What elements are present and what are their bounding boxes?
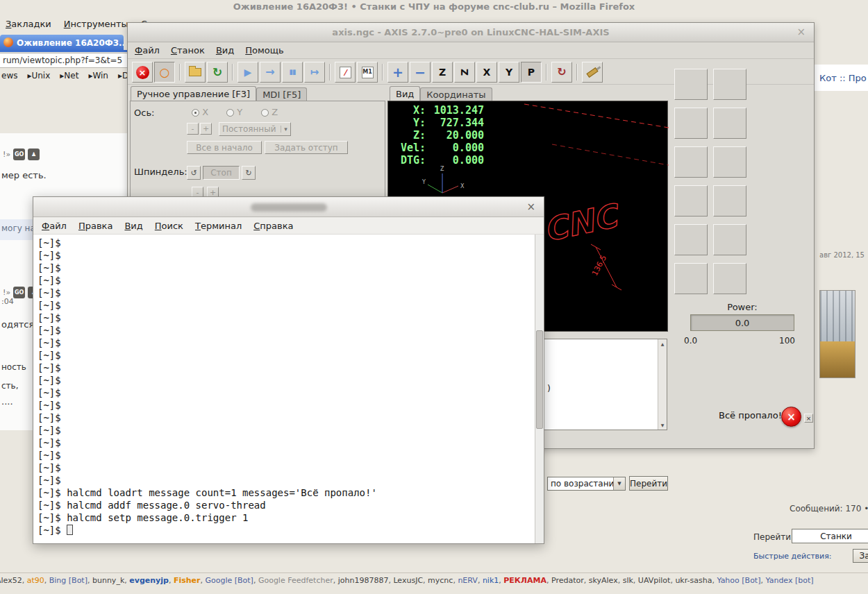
user-link[interactable]: Fisher [174, 576, 201, 585]
zoom-in-icon[interactable]: + [387, 62, 408, 83]
quick-actions-button[interactable]: За [853, 549, 868, 563]
terminal-scrollbar[interactable] [535, 235, 544, 543]
term-menu-item[interactable]: Терминал [195, 221, 242, 231]
user-link[interactable]: Yahoo [Bot] [717, 576, 760, 585]
run-icon[interactable]: ▶ [237, 62, 258, 83]
user-link[interactable]: Predator [551, 576, 584, 585]
browser-menu-item[interactable]: Инструменты [64, 19, 128, 29]
spindle-ccw-icon[interactable]: ↺ [187, 166, 201, 180]
user-link[interactable]: slk [623, 576, 633, 585]
panel-button-8[interactable] [713, 185, 746, 217]
view-z-rot-icon[interactable]: Z [454, 62, 475, 83]
user-link[interactable]: nERV [458, 576, 478, 585]
bookmark-item[interactable]: ews [1, 71, 17, 80]
panel-button-10[interactable] [713, 224, 746, 255]
user-link[interactable]: john1987887 [338, 576, 389, 585]
gcode-listing[interactable]: ) ▲ ▼ [542, 339, 667, 430]
user-link[interactable]: Google Feedfetcher [258, 576, 333, 585]
panel-button-9[interactable] [674, 224, 708, 255]
user-link[interactable]: at90 [27, 576, 44, 585]
run-from-line-icon[interactable]: → [260, 62, 281, 83]
clear-plot-icon[interactable] [582, 62, 603, 83]
view-x-icon[interactable]: X [476, 62, 497, 83]
close-icon[interactable]: × [526, 201, 535, 213]
axis-menu-item[interactable]: Вид [216, 45, 234, 56]
terminal-titlebar[interactable]: × [33, 197, 544, 217]
panel-button-7[interactable] [674, 185, 708, 217]
home-all-button[interactable]: Все в начало [187, 141, 262, 154]
jog-mode-select[interactable]: Постоянный ▾ [219, 122, 291, 136]
tab-mdi[interactable]: MDI [F5] [256, 87, 307, 101]
user-link[interactable]: РЕКЛАМА [503, 576, 546, 585]
block-delete-icon[interactable]: / [335, 62, 356, 83]
view-y-icon[interactable]: Y [499, 62, 519, 83]
user-link[interactable]: evgenyjp [129, 576, 169, 585]
user-link[interactable]: ukr-sasha [675, 576, 712, 585]
term-menu-item[interactable]: Файл [42, 221, 67, 231]
scroll-up-icon[interactable]: ▲ [658, 340, 667, 348]
tab-preview[interactable]: Вид [390, 86, 420, 101]
browser-tab[interactable]: Оживление 16А20Ф3... [0, 35, 124, 51]
panel-button-6[interactable] [713, 146, 746, 178]
axis-radio-z[interactable]: Z [261, 107, 278, 117]
user-link[interactable]: UAVpilot [638, 576, 671, 585]
term-menu-item[interactable]: Поиск [155, 221, 183, 231]
rotate-view-icon[interactable]: ↻ [551, 62, 572, 83]
spindle-cw-icon[interactable]: ↻ [242, 166, 256, 180]
terminal-body[interactable]: [~]$[~]$[~]$[~]$[~]$[~]$[~]$[~]$[~]$[~]$… [33, 235, 535, 543]
user-link[interactable]: Bing [Bot] [49, 576, 87, 585]
scroll-down-icon[interactable]: ▼ [658, 421, 667, 429]
axis-menu-item[interactable]: Станок [171, 45, 205, 56]
zoom-out-icon[interactable]: − [410, 62, 431, 83]
website-button[interactable]: GO [13, 148, 25, 160]
machine-power-icon[interactable]: ○ [154, 62, 175, 83]
term-menu-item[interactable]: Правка [78, 221, 112, 231]
panel-button-4[interactable] [713, 108, 746, 139]
jog-minus-button[interactable]: - [187, 123, 199, 135]
open-file-icon[interactable] [185, 62, 206, 83]
panel-button-12[interactable] [713, 263, 746, 294]
browser-menu-item[interactable]: Закладки [6, 19, 51, 29]
topic-link[interactable]: Кот :: Про [819, 73, 867, 83]
view-p-icon[interactable]: P [521, 62, 542, 83]
panel-button-11[interactable] [674, 263, 708, 294]
sort-go-button[interactable]: Перейти [629, 476, 668, 491]
axis-radio-y[interactable]: Y [226, 107, 242, 117]
url-bar[interactable]: rum/viewtopic.php?f=3&t=5 [0, 53, 127, 68]
axis-menu-item[interactable]: Помощь [245, 45, 283, 56]
axis-menu-item[interactable]: Файл [135, 45, 160, 56]
term-menu-item[interactable]: Вид [124, 221, 142, 231]
panel-button-2[interactable] [713, 69, 746, 100]
pause-icon[interactable]: ▮▮ [282, 62, 303, 83]
touch-off-button[interactable]: Задать отступ [265, 141, 348, 154]
bookmark-item[interactable]: ▸Win [88, 71, 108, 80]
step-icon[interactable]: ↦ [304, 62, 325, 83]
bookmark-item[interactable]: ▸Net [60, 71, 78, 80]
view-z-icon[interactable]: Z [432, 62, 453, 83]
close-icon[interactable]: × [796, 26, 806, 38]
user-link[interactable]: mycnc [428, 576, 453, 585]
reload-icon[interactable]: ↻ [207, 62, 228, 83]
user-link[interactable]: Alex52 [0, 576, 22, 585]
panel-button-3[interactable] [674, 108, 708, 139]
user-link[interactable]: Yandex [bot] [765, 576, 813, 585]
website-button[interactable]: GO [13, 287, 25, 298]
panel-button-5[interactable] [674, 146, 708, 178]
spindle-stop-button[interactable]: Стоп [203, 166, 240, 180]
bookmark-item[interactable]: ▸Unix [27, 71, 50, 80]
profile-icon[interactable]: ♟ [28, 148, 40, 160]
tab-dro[interactable]: Координаты [420, 87, 492, 101]
estop-icon[interactable]: × [132, 62, 153, 83]
jog-plus-button[interactable]: + [200, 123, 212, 135]
term-menu-item[interactable]: Справка [253, 221, 293, 231]
gcode-scrollbar[interactable]: ▲ ▼ [658, 339, 667, 430]
user-link[interactable]: nik1 [483, 576, 499, 585]
tab-manual-control[interactable]: Ручное управление [F3] [131, 86, 256, 101]
axis-titlebar[interactable]: axis.ngc - AXIS 2.7.0~pre0 on LinuxCNC-H… [128, 23, 814, 42]
sort-order-select[interactable]: по возрастанию ▼ [547, 477, 626, 491]
jump-select[interactable]: Станки [792, 529, 868, 543]
user-link[interactable]: LexusJC [393, 576, 423, 585]
alert-close-icon[interactable]: × [804, 414, 813, 423]
optional-stop-icon[interactable]: M1 [357, 62, 378, 83]
user-link[interactable]: Google [Bot] [205, 576, 253, 585]
